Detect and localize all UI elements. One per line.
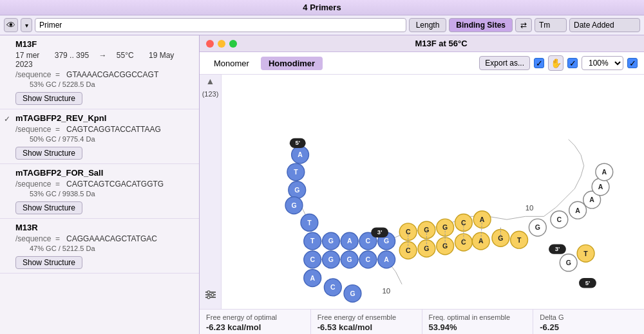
scroll-count: (123) [202, 90, 219, 98]
primer-name-for: mTAGBFP2_FOR_SalI [15, 168, 193, 178]
nuc-A-h2: A [378, 251, 395, 268]
stat-value-2: -6.53 kcal/mol [317, 322, 415, 332]
nuc-C-bot1: C [324, 279, 341, 296]
nuc-A-fr4: A [596, 163, 613, 181]
export-checkbox[interactable]: ✓ [534, 58, 544, 68]
eye-button[interactable]: 👁 [4, 18, 18, 32]
svg-point-3 [207, 291, 210, 293]
badge-3prime-right: 3' [555, 245, 560, 252]
structure-tabs-row: Monomer Homodimer Export as... ✓ ✋ ✓ 100… [200, 52, 644, 75]
zoom-checkbox[interactable]: ✓ [627, 58, 638, 68]
svg-line-24 [507, 216, 526, 219]
stat-label-3: Freq. optimal in ensemble [429, 313, 527, 321]
nuc-A-bot1: A [304, 270, 321, 287]
stat-value-1: -6.23 kcal/mol [206, 322, 304, 332]
nuc-T-r1: T [511, 231, 528, 248]
structure-canvas: ▲ (123) [200, 75, 644, 309]
svg-text:A: A [589, 196, 594, 203]
primer-list: M13F 17 mer 379 .. 395 → 55°C 19 May 202… [0, 35, 200, 334]
primer-length-m13f: 17 mer 379 .. 395 → 55°C 19 May 2023 [15, 51, 193, 69]
svg-text:G: G [384, 237, 389, 245]
stat-value-4: -6.25 [540, 322, 638, 332]
nuc-C-r2: C [455, 214, 472, 231]
badge-3prime-left: 3' [377, 228, 383, 236]
settings-icon[interactable] [204, 289, 217, 302]
close-window-button[interactable] [206, 40, 214, 48]
show-structure-m13f[interactable]: Show Structure [15, 92, 82, 105]
structure-viewer: M13F at 56°C Monomer Homodimer Export as… [200, 35, 644, 334]
svg-text:A: A [347, 237, 352, 245]
export-button[interactable]: Export as... [479, 56, 530, 70]
nuc-A-h1: A [341, 232, 358, 250]
primer-name-rev: mTAGBFP2_REV_KpnI [15, 113, 193, 123]
stat-value-3: 53.94% [429, 322, 527, 332]
zoom-select[interactable]: 100% 75% 50% 150% 200% [582, 56, 623, 70]
nuc-G-h1: G [323, 232, 340, 250]
badge-5prime-left: 5' [295, 139, 300, 146]
svg-text:G: G [442, 223, 448, 231]
svg-text:G: G [328, 255, 334, 263]
primer-item-for: mTAGBFP2_FOR_SalI /sequence = CAGTCAGTCG… [0, 164, 199, 219]
structure-title-bar: M13F at 56°C [200, 35, 644, 52]
primer-stats-rev: 50% GC / 9775.4 Da [30, 135, 193, 143]
svg-text:G: G [328, 237, 334, 245]
tm-header: Tm [535, 18, 567, 32]
app-title: 4 Primers [303, 3, 341, 12]
svg-text:G: G [347, 255, 352, 263]
svg-text:A: A [575, 207, 580, 214]
nuc-C-h3: C [359, 251, 377, 268]
nuc-G-fr1: G [529, 219, 546, 236]
dropdown-button[interactable]: ▾ [21, 18, 32, 32]
svg-text:G: G [291, 201, 296, 209]
scroll-up-button[interactable]: ▲ [204, 75, 217, 88]
svg-text:G: G [294, 186, 299, 194]
svg-text:A: A [298, 151, 303, 158]
stat-freq-optimal: Freq. optimal in ensemble 53.94% [422, 310, 534, 334]
nuc-G1: G [289, 181, 306, 199]
svg-text:T: T [583, 250, 588, 257]
hand-tool-button[interactable]: ✋ [548, 55, 564, 71]
nuc-C-h2: C [304, 251, 321, 268]
length-tab[interactable]: Length [409, 18, 447, 32]
maximize-window-button[interactable] [229, 40, 237, 48]
primer-name-m13r: M13R [15, 223, 193, 232]
svg-text:C: C [330, 283, 336, 291]
primer-search-input[interactable] [35, 18, 406, 32]
show-structure-for[interactable]: Show Structure [15, 201, 82, 214]
nuc-T-far: T [577, 245, 594, 262]
traffic-lights [206, 40, 237, 48]
side-scroll-panel: ▲ (123) [200, 75, 222, 309]
svg-line-30 [581, 166, 584, 176]
show-structure-rev[interactable]: Show Structure [15, 147, 82, 160]
stat-label-2: Free energy of ensemble [317, 313, 415, 321]
binding-sites-tab[interactable]: Binding Sites [449, 18, 513, 32]
minimize-window-button[interactable] [218, 40, 225, 48]
svg-text:G: G [566, 259, 571, 266]
hand-checkbox[interactable]: ✓ [567, 58, 578, 68]
primer-item-rev: ✓ mTAGBFP2_REV_KpnI /sequence = CAGTCAGG… [0, 109, 199, 164]
stat-label-4: Delta G [540, 313, 638, 321]
swap-button[interactable]: ⇄ [515, 18, 532, 32]
svg-line-31 [581, 155, 584, 166]
structure-footer: Free energy of optimal -6.23 kcal/mol Fr… [200, 309, 644, 334]
stat-free-energy-optimal: Free energy of optimal -6.23 kcal/mol [200, 310, 311, 334]
show-structure-m13r[interactable]: Show Structure [15, 256, 82, 269]
svg-text:A: A [598, 183, 603, 190]
svg-text:G: G [350, 290, 355, 297]
title-bar: 4 Primers [0, 0, 644, 15]
svg-text:A: A [480, 216, 485, 223]
primer-name-m13f: M13F [15, 39, 193, 49]
primer-item-m13f: M13F 17 mer 379 .. 395 → 55°C 19 May 202… [0, 35, 199, 109]
monomer-tab[interactable]: Monomer [206, 57, 257, 70]
homodimer-tab[interactable]: Homodimer [261, 57, 323, 70]
nuc-T-h1: T [304, 232, 321, 250]
nuc-T-left1: T [301, 214, 318, 231]
svg-text:C: C [366, 255, 371, 263]
primer-item-m13r: M13R /sequence = CAGGAAACAGCTATGAC 47% G… [0, 219, 199, 274]
nuc-A-fr1: A [569, 201, 587, 219]
svg-text:T: T [517, 236, 522, 244]
primer-stats-m13r: 47% GC / 5212.5 Da [30, 245, 193, 252]
svg-text:T: T [307, 219, 312, 227]
stat-delta-g: Delta G -6.25 [533, 310, 644, 334]
svg-text:C: C [366, 237, 371, 245]
